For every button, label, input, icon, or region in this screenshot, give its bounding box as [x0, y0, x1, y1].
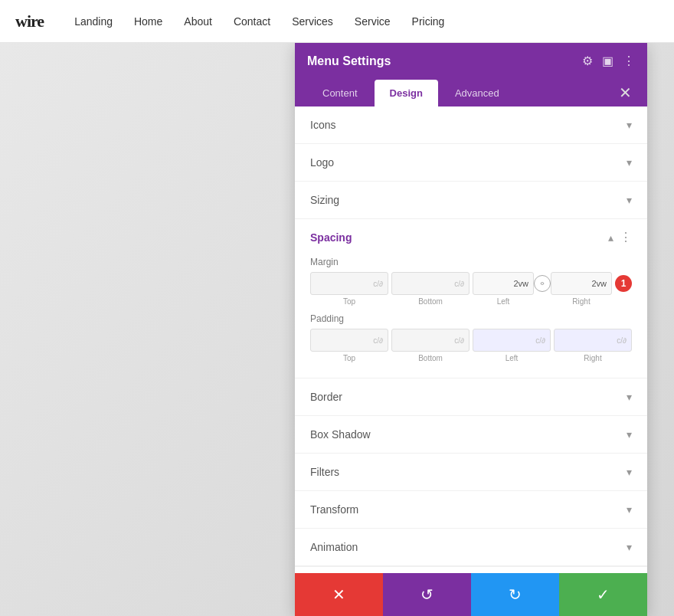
bottom-bar: ✕ ↺ ↻ ✓ [295, 573, 647, 616]
nav-link-home[interactable]: Home [134, 15, 162, 28]
margin-badge: 1 [615, 275, 632, 292]
padding-top-input[interactable]: c/∂ [310, 329, 388, 352]
section-border[interactable]: Border ▾ [295, 378, 647, 416]
margin-top-tag: c/∂ [373, 280, 383, 288]
padding-top-group: c/∂ Top [310, 329, 388, 362]
chevron-down-icon: ▾ [627, 541, 632, 553]
padding-top-tag: c/∂ [373, 336, 383, 345]
tab-design[interactable]: Design [375, 80, 438, 106]
section-box-shadow[interactable]: Box Shadow ▾ [295, 416, 647, 454]
nav-link-about[interactable]: About [184, 15, 212, 28]
nav-links: Landing Home About Contact Services Serv… [74, 15, 444, 28]
padding-left-group: c/∂ Left [473, 329, 551, 362]
tab-content[interactable]: Content [307, 80, 373, 106]
padding-left-label: Left [506, 354, 519, 362]
padding-bottom-input[interactable]: c/∂ [391, 329, 470, 352]
padding-bottom-group: c/∂ Bottom [391, 329, 470, 362]
tabs-bar: Content Design Advanced ✕ [295, 79, 647, 106]
chevron-down-icon: ▾ [627, 156, 632, 169]
settings-icon[interactable]: ⚙ [582, 54, 593, 68]
link-icon[interactable] [534, 272, 551, 292]
spacing-more-icon[interactable]: ⋮ [620, 230, 632, 244]
section-box-shadow-label: Box Shadow [310, 428, 371, 441]
margin-right-label: Right [572, 297, 590, 306]
margin-bottom-label: Bottom [418, 297, 443, 306]
navbar: wire Landing Home About Contact Services… [0, 0, 674, 43]
help-footer: ? Help [295, 566, 647, 573]
margin-bottom-group: c/∂ Bottom [391, 272, 470, 306]
margin-right-group: 2vw Right [551, 272, 612, 306]
tab-advanced[interactable]: Advanced [440, 80, 515, 106]
main-area: Menu Settings ⚙ ▣ ⋮ Content Design Advan… [0, 43, 674, 616]
close-icon[interactable]: ✕ [616, 79, 635, 106]
padding-top-label: Top [343, 354, 355, 362]
section-animation-label: Animation [310, 541, 358, 553]
section-transform-label: Transform [310, 503, 358, 516]
cancel-button[interactable]: ✕ [295, 573, 383, 616]
padding-right-label: Right [584, 354, 601, 362]
padding-right-group: c/∂ Right [554, 329, 632, 362]
margin-top-group: c/∂ Top [310, 272, 388, 306]
nav-link-pricing[interactable]: Pricing [412, 15, 445, 28]
undo-button[interactable]: ↺ [383, 573, 471, 616]
logo: wire [15, 11, 44, 31]
save-button[interactable]: ✓ [559, 573, 647, 616]
panel-header-icons: ⚙ ▣ ⋮ [582, 54, 635, 68]
more-icon[interactable]: ⋮ [623, 54, 635, 68]
section-transform[interactable]: Transform ▾ [295, 491, 647, 529]
panel-title: Menu Settings [307, 54, 391, 68]
redo-button[interactable]: ↻ [471, 573, 559, 616]
margin-top-label: Top [343, 297, 355, 306]
padding-bottom-label: Bottom [418, 354, 443, 362]
margin-inputs-row: c/∂ Top c/∂ Bottom [310, 272, 632, 306]
margin-top-input[interactable]: c/∂ [310, 272, 388, 295]
chevron-down-icon: ▾ [627, 503, 632, 516]
padding-inputs-row: c/∂ Top c/∂ Bottom [310, 329, 632, 362]
section-logo[interactable]: Logo ▾ [295, 144, 647, 182]
section-sizing[interactable]: Sizing ▾ [295, 182, 647, 219]
nav-link-landing[interactable]: Landing [74, 15, 113, 28]
margin-right-value: 2vw [591, 279, 607, 288]
padding-label: Padding [310, 313, 632, 324]
padding-tb-group: c/∂ Top c/∂ Bottom [310, 329, 470, 362]
margin-right-input[interactable]: 2vw [551, 272, 612, 295]
margin-bottom-tag: c/∂ [454, 280, 464, 288]
margin-bottom-input[interactable]: c/∂ [391, 272, 470, 295]
panel-body: Icons ▾ Logo ▾ Sizing ▾ Spacing ▴ ⋮ [295, 106, 647, 573]
margin-left-input[interactable]: 2vw [473, 272, 534, 295]
chevron-down-icon: ▾ [627, 391, 632, 403]
section-filters-label: Filters [310, 466, 339, 478]
settings-panel: Menu Settings ⚙ ▣ ⋮ Content Design Advan… [295, 43, 647, 616]
chevron-down-icon: ▾ [627, 428, 632, 441]
panel-header: Menu Settings ⚙ ▣ ⋮ [295, 43, 647, 79]
section-sizing-label: Sizing [310, 194, 339, 206]
padding-left-input[interactable]: c/∂ [473, 329, 551, 352]
spacing-title: Spacing [310, 231, 352, 244]
margin-left-group: 2vw Left [473, 272, 534, 306]
margin-left-value: 2vw [513, 279, 528, 288]
section-icons[interactable]: Icons ▾ [295, 106, 647, 144]
padding-lr-group: c/∂ Left c/∂ Right [473, 329, 632, 362]
margin-lr-group: 2vw Left [473, 272, 632, 306]
section-border-label: Border [310, 391, 342, 403]
section-filters[interactable]: Filters ▾ [295, 454, 647, 491]
margin-left-label: Left [497, 297, 510, 306]
padding-right-input[interactable]: c/∂ [554, 329, 632, 352]
section-logo-label: Logo [310, 156, 334, 169]
spacing-header: Spacing ▴ ⋮ [295, 219, 647, 251]
margin-tb-group: c/∂ Top c/∂ Bottom [310, 272, 470, 306]
section-icons-label: Icons [310, 119, 335, 131]
nav-link-contact[interactable]: Contact [234, 15, 270, 28]
margin-label: Margin [310, 257, 632, 267]
padding-bottom-tag: c/∂ [454, 336, 464, 345]
padding-left-tag: c/∂ [535, 336, 545, 345]
chevron-up-icon[interactable]: ▴ [608, 231, 613, 244]
chevron-down-icon: ▾ [627, 194, 632, 206]
spacing-content: Margin c/∂ Top [295, 251, 647, 378]
nav-link-service[interactable]: Service [355, 15, 391, 28]
section-animation[interactable]: Animation ▾ [295, 529, 647, 566]
chevron-down-icon: ▾ [627, 119, 632, 131]
link-circle [534, 275, 551, 292]
nav-link-services[interactable]: Services [292, 15, 333, 28]
layout-icon[interactable]: ▣ [602, 54, 613, 68]
